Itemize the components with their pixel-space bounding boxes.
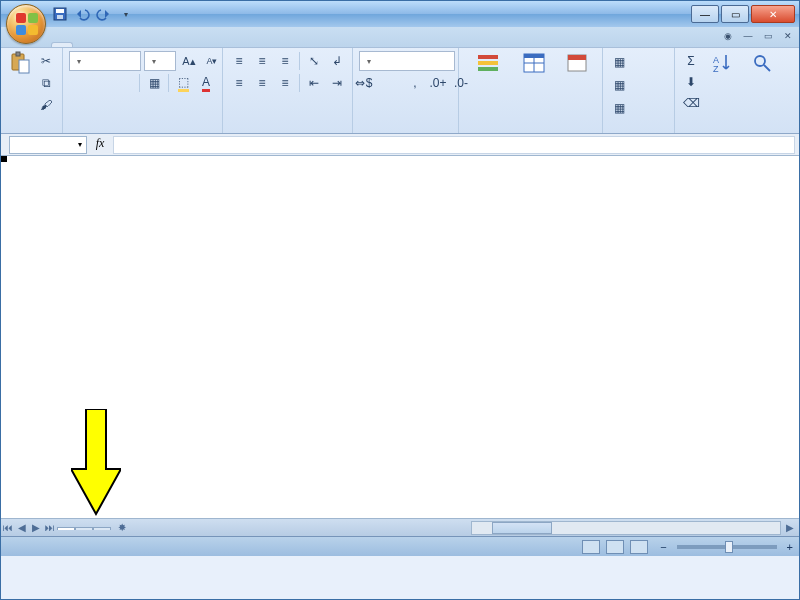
sheet-tab-1[interactable]: [57, 527, 75, 530]
name-box[interactable]: ▾: [9, 136, 87, 154]
format-as-table-button[interactable]: [513, 51, 555, 77]
doc-minimize-icon[interactable]: —: [741, 29, 755, 43]
tab-view[interactable]: [173, 43, 193, 47]
comma-icon[interactable]: ,: [405, 73, 425, 93]
increase-indent-icon[interactable]: ⇥: [327, 73, 347, 93]
svg-rect-1: [56, 9, 64, 13]
sheet-tab-2[interactable]: [75, 527, 93, 530]
decrease-indent-icon[interactable]: ⇤: [304, 73, 324, 93]
view-page-layout-icon[interactable]: [606, 540, 624, 554]
tab-review[interactable]: [153, 43, 173, 47]
tab-acrobat[interactable]: [193, 43, 213, 47]
redo-icon[interactable]: [95, 5, 113, 23]
font-name-combo[interactable]: ▾: [69, 51, 141, 71]
currency-icon[interactable]: $: [359, 73, 379, 93]
sheet-nav-prev-icon[interactable]: ◀: [15, 521, 29, 535]
align-bottom-icon[interactable]: ≡: [275, 51, 295, 71]
sheet-nav-next-icon[interactable]: ▶: [29, 521, 43, 535]
tab-formulas[interactable]: [113, 43, 133, 47]
view-page-break-icon[interactable]: [630, 540, 648, 554]
paste-button[interactable]: [7, 51, 32, 76]
spreadsheet-grid[interactable]: [1, 156, 799, 518]
fill-icon[interactable]: ⬇: [681, 72, 701, 92]
group-styles-label: [465, 132, 596, 133]
underline-button[interactable]: [115, 73, 135, 93]
italic-button[interactable]: [92, 73, 112, 93]
svg-rect-8: [478, 67, 498, 71]
active-cell-outline: [1, 156, 5, 160]
increase-decimal-icon[interactable]: .0+: [428, 73, 448, 93]
format-cells-icon[interactable]: ▦: [609, 98, 629, 118]
fill-handle[interactable]: [1, 156, 7, 162]
svg-text:Z: Z: [713, 64, 719, 74]
svg-point-17: [755, 56, 765, 66]
orientation-icon[interactable]: ⤡: [304, 51, 324, 71]
tab-insert[interactable]: [73, 43, 93, 47]
minimize-button[interactable]: —: [691, 5, 719, 23]
paste-icon: [8, 51, 32, 75]
align-left-icon[interactable]: ≡: [229, 73, 249, 93]
insert-cells-icon[interactable]: ▦: [609, 52, 629, 72]
find-select-button[interactable]: [743, 51, 781, 77]
clear-icon[interactable]: ⌫: [681, 93, 701, 113]
maximize-button[interactable]: ▭: [721, 5, 749, 23]
close-button[interactable]: ✕: [751, 5, 795, 23]
qat-dropdown-icon[interactable]: ▾: [117, 5, 135, 23]
align-middle-icon[interactable]: ≡: [252, 51, 272, 71]
align-center-icon[interactable]: ≡: [252, 73, 272, 93]
zoom-slider[interactable]: [677, 545, 777, 549]
bold-button[interactable]: [69, 73, 89, 93]
save-icon[interactable]: [51, 5, 69, 23]
formula-input[interactable]: [113, 136, 795, 154]
number-format-combo[interactable]: ▾: [359, 51, 455, 71]
borders-icon[interactable]: ▦: [144, 73, 164, 93]
svg-line-18: [764, 65, 770, 71]
group-editing-label: [681, 132, 781, 133]
title-bar: ▾ — ▭ ✕: [1, 1, 799, 27]
fill-color-icon[interactable]: ⬚: [173, 73, 193, 93]
delete-cells-icon[interactable]: ▦: [609, 75, 629, 95]
doc-restore-icon[interactable]: ▭: [761, 29, 775, 43]
tab-home[interactable]: [51, 42, 73, 47]
horizontal-scrollbar[interactable]: [471, 521, 781, 535]
hscroll-right-icon[interactable]: ▶: [783, 521, 797, 535]
format-painter-icon[interactable]: 🖌: [36, 95, 56, 115]
zoom-out-icon[interactable]: −: [660, 541, 666, 553]
view-normal-icon[interactable]: [582, 540, 600, 554]
cell-styles-icon: [565, 51, 589, 75]
svg-rect-6: [478, 55, 498, 59]
cell-styles-button[interactable]: [558, 51, 596, 77]
align-top-icon[interactable]: ≡: [229, 51, 249, 71]
status-bar: − +: [1, 536, 799, 556]
shrink-font-icon[interactable]: A▾: [202, 51, 222, 71]
office-button[interactable]: [6, 4, 46, 44]
tab-data[interactable]: [133, 43, 153, 47]
percent-icon[interactable]: [382, 73, 402, 93]
help-icon[interactable]: ◉: [721, 29, 735, 43]
grow-font-icon[interactable]: A▴: [179, 51, 199, 71]
group-alignment-label: [229, 132, 346, 133]
formula-bar: ▾ fx: [1, 134, 799, 156]
copy-icon[interactable]: ⧉: [36, 73, 56, 93]
sheet-tab-bar: ⏮ ◀ ▶ ⏭ ✸ ▶: [1, 518, 799, 536]
autosum-icon[interactable]: Σ: [681, 51, 701, 71]
doc-close-icon[interactable]: ✕: [781, 29, 795, 43]
sort-filter-button[interactable]: AZ: [703, 51, 741, 77]
quick-access-toolbar: ▾: [51, 5, 135, 23]
cut-icon[interactable]: ✂: [36, 51, 56, 71]
sheet-nav-last-icon[interactable]: ⏭: [43, 521, 57, 535]
undo-icon[interactable]: [73, 5, 91, 23]
ribbon-tabs: ◉ — ▭ ✕: [1, 27, 799, 48]
conditional-formatting-button[interactable]: [465, 51, 511, 77]
tab-page-layout[interactable]: [93, 43, 113, 47]
svg-rect-4: [16, 52, 20, 56]
sheet-tab-3[interactable]: [93, 527, 111, 530]
font-color-icon[interactable]: A: [196, 73, 216, 93]
zoom-in-icon[interactable]: +: [787, 541, 793, 553]
wrap-text-icon[interactable]: ↲: [327, 51, 347, 71]
align-right-icon[interactable]: ≡: [275, 73, 295, 93]
font-size-combo[interactable]: ▾: [144, 51, 176, 71]
sheet-nav-first-icon[interactable]: ⏮: [1, 521, 15, 535]
fx-button[interactable]: fx: [91, 136, 109, 154]
new-sheet-icon[interactable]: ✸: [115, 521, 129, 535]
